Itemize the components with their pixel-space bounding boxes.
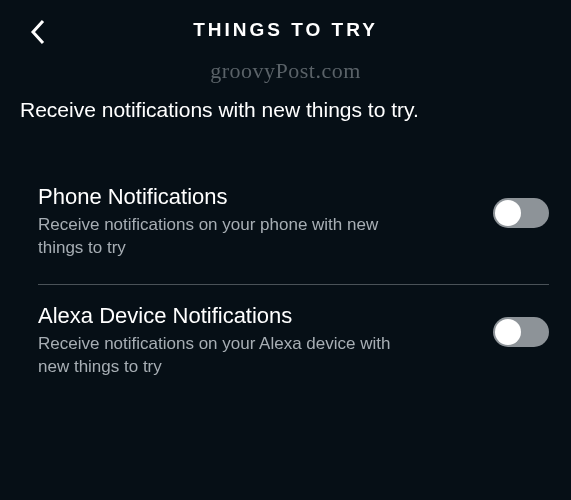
- toggle-alexa-device-notifications[interactable]: [493, 317, 549, 347]
- setting-alexa-device-notifications: Alexa Device Notifications Receive notif…: [0, 285, 571, 403]
- setting-text: Alexa Device Notifications Receive notif…: [38, 303, 438, 379]
- setting-title: Alexa Device Notifications: [38, 303, 418, 329]
- setting-subtitle: Receive notifications on your phone with…: [38, 214, 418, 260]
- page-description: Receive notifications with new things to…: [0, 84, 571, 122]
- back-button[interactable]: [24, 18, 52, 46]
- setting-title: Phone Notifications: [38, 184, 418, 210]
- page-title: THINGS TO TRY: [193, 19, 378, 41]
- watermark: groovyPost.com: [0, 58, 571, 84]
- chevron-left-icon: [29, 18, 47, 46]
- toggle-phone-notifications[interactable]: [493, 198, 549, 228]
- setting-subtitle: Receive notifications on your Alexa devi…: [38, 333, 418, 379]
- header: THINGS TO TRY: [0, 0, 571, 60]
- setting-phone-notifications: Phone Notifications Receive notification…: [0, 166, 571, 284]
- toggle-knob: [495, 319, 521, 345]
- toggle-knob: [495, 200, 521, 226]
- setting-text: Phone Notifications Receive notification…: [38, 184, 438, 260]
- settings-list: Phone Notifications Receive notification…: [0, 166, 571, 403]
